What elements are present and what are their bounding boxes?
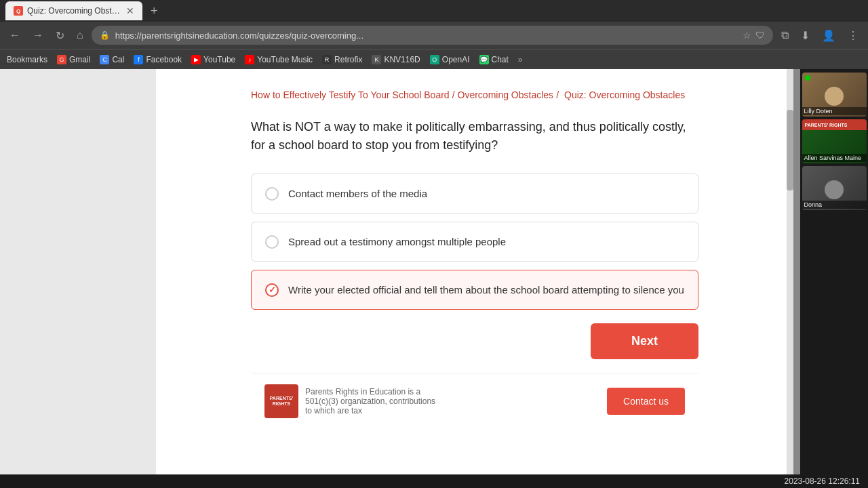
breadcrumb-link-2[interactable]: Overcoming Obstacles	[458, 89, 554, 102]
video-thumb-3: Donna	[802, 166, 867, 210]
reload-button[interactable]: ↻	[52, 26, 68, 45]
bookmarks-bar: Bookmarks G Gmail C Cal f Facebook ▶ You…	[0, 49, 868, 69]
lock-icon: 🔒	[100, 30, 110, 40]
facebook-label: Facebook	[146, 55, 182, 64]
bookmark-facebook[interactable]: f Facebook	[134, 55, 182, 64]
tab-close-button[interactable]: ✕	[126, 5, 134, 16]
person-1-avatar	[825, 87, 844, 106]
v-scrollbar[interactable]	[787, 69, 793, 474]
knv-label: KNV116D	[384, 55, 420, 64]
footer-logo-section: PARENTS' RIGHTS Parents Rights in Educat…	[264, 384, 441, 418]
tab-title: Quiz: Overcoming Obstacles — ...	[27, 6, 122, 16]
video-sidebar: Lilly Doten PARENTS' RIGHTS Allen Sarvin…	[800, 69, 868, 474]
contact-button[interactable]: Contact us	[607, 388, 685, 415]
youtube-icon: ▶	[191, 55, 201, 64]
openai-icon: O	[430, 55, 439, 64]
breadcrumb-sep-1: /	[452, 89, 455, 102]
more-bookmarks-label: »	[518, 55, 523, 64]
chat-label: Chat	[492, 55, 509, 64]
radio-3	[265, 283, 279, 297]
back-button[interactable]: ←	[5, 26, 24, 44]
footer-description: Parents Rights in Education is a 501(c)(…	[305, 387, 441, 415]
youtube-music-icon: ♪	[245, 55, 254, 64]
video-thumb-2: PARENTS' RIGHTS Allen Sarvinas Maine	[802, 119, 867, 163]
breadcrumb-link-1[interactable]: How to Effectively Testify To Your Schoo…	[251, 89, 450, 102]
breadcrumb-link-3[interactable]: Quiz: Overcoming Obstacles	[564, 89, 685, 102]
openai-label: OpenAI	[442, 55, 470, 64]
menu-button[interactable]: ⋮	[844, 26, 863, 45]
address-icons: ☆ 🛡	[743, 30, 765, 41]
extensions-icon[interactable]: 🛡	[755, 30, 765, 41]
address-bar[interactable]: 🔒 https://parentsrightsineducation.com/q…	[92, 26, 773, 45]
gmail-icon: G	[57, 55, 66, 64]
video-thumb-1: Lilly Doten	[802, 73, 867, 117]
page-footer: PARENTS' RIGHTS Parents Rights in Educat…	[251, 373, 698, 429]
answer-option-3[interactable]: Write your elected official and tell the…	[251, 270, 698, 310]
facebook-icon: f	[134, 55, 143, 64]
bookmark-openai[interactable]: O OpenAI	[430, 55, 470, 64]
home-button[interactable]: ⌂	[73, 26, 87, 44]
cal-icon: C	[100, 55, 109, 64]
gmail-label: Gmail	[69, 55, 90, 64]
option-text-1: Contact members of the media	[288, 186, 427, 201]
status-bar: 2023-08-26 12:26:11	[0, 474, 868, 488]
tab-bar: Q Quiz: Overcoming Obstacles — ... ✕ +	[0, 0, 868, 22]
retrofix-label: Retrofix	[334, 55, 362, 64]
bookmark-gmail[interactable]: G Gmail	[57, 55, 90, 64]
right-margin	[793, 69, 800, 474]
radio-2	[265, 235, 279, 249]
participant-2-label: Allen Sarvinas Maine	[802, 154, 867, 162]
bookmark-bookmarks[interactable]: Bookmarks	[7, 55, 47, 64]
bookmark-youtube-music[interactable]: ♪ YouTube Music	[245, 55, 313, 64]
bookmark-retrofix[interactable]: R Retrofix	[322, 55, 362, 64]
download-button[interactable]: ⬇	[797, 26, 814, 45]
nav-bar: ← → ↻ ⌂ 🔒 https://parentsrightsineducati…	[0, 22, 868, 49]
radio-1	[265, 187, 279, 201]
datetime-display: 2023-08-26 12:26:11	[785, 476, 860, 486]
parents-rights-logo-label: PARENTS' RIGHTS	[805, 123, 848, 127]
option-text-3: Write your elected official and tell the…	[288, 283, 684, 297]
address-text: https://parentsrightsineducation.com/qui…	[115, 30, 737, 41]
bookmark-youtube[interactable]: ▶ YouTube	[191, 55, 235, 64]
tab-favicon: Q	[14, 6, 23, 16]
answer-option-2[interactable]: Spread out a testimony amongst multiple …	[251, 222, 698, 262]
content-area: How to Effectively Testify To Your Schoo…	[0, 69, 868, 474]
cal-label: Cal	[112, 55, 124, 64]
browser-window: Q Quiz: Overcoming Obstacles — ... ✕ + ←…	[0, 0, 868, 488]
forward-button[interactable]: →	[28, 26, 47, 44]
bookmark-chat[interactable]: 💬 Chat	[479, 55, 509, 64]
person-3-avatar	[825, 180, 844, 199]
scrollbar-thumb[interactable]	[787, 110, 793, 191]
next-button[interactable]: Next	[591, 323, 698, 359]
question-text: What is NOT a way to make it politically…	[251, 118, 698, 155]
page-wrapper: How to Effectively Testify To Your Schoo…	[237, 69, 712, 456]
breadcrumb-sep-2: /	[556, 89, 559, 102]
left-margin	[0, 69, 156, 474]
new-tab-button[interactable]: +	[145, 4, 163, 18]
youtube-label: YouTube	[203, 55, 235, 64]
participant-1-label: Lilly Doten	[802, 107, 867, 115]
breadcrumb: How to Effectively Testify To Your Schoo…	[251, 89, 698, 102]
retrofix-icon: R	[322, 55, 332, 64]
bookmark-knv[interactable]: K KNV116D	[372, 55, 420, 64]
video-dot-1	[805, 75, 810, 81]
bookmarks-label: Bookmarks	[7, 55, 47, 64]
page-area: How to Effectively Testify To Your Schoo…	[156, 69, 793, 474]
participant-3-label: Donna	[802, 201, 867, 209]
profile-button[interactable]: 👤	[818, 26, 840, 45]
bookmark-icon[interactable]: ☆	[743, 30, 751, 41]
extensions-button[interactable]: ⧉	[777, 26, 793, 44]
bookmark-cal[interactable]: C Cal	[100, 55, 124, 64]
next-button-wrapper: Next	[251, 323, 698, 359]
chat-icon: 💬	[479, 55, 489, 64]
active-tab[interactable]: Q Quiz: Overcoming Obstacles — ... ✕	[5, 1, 142, 20]
bookmarks-more[interactable]: »	[518, 55, 523, 64]
youtube-music-label: YouTube Music	[257, 55, 313, 64]
knv-icon: K	[372, 55, 381, 64]
footer-logo-text: PARENTS' RIGHTS	[267, 396, 296, 407]
answer-option-1[interactable]: Contact members of the media	[251, 174, 698, 214]
video-header-2: PARENTS' RIGHTS	[802, 119, 867, 130]
option-text-2: Spread out a testimony amongst multiple …	[288, 235, 506, 249]
footer-logo-image: PARENTS' RIGHTS	[264, 384, 298, 418]
